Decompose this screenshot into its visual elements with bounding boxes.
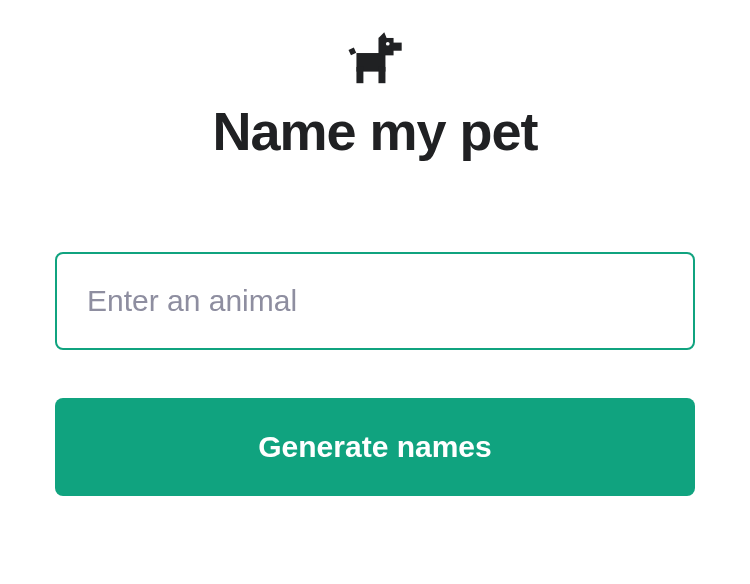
svg-point-7	[386, 42, 390, 46]
pet-name-form: Generate names	[55, 252, 695, 496]
svg-marker-6	[378, 32, 386, 38]
svg-rect-3	[356, 67, 363, 83]
page-title: Name my pet	[212, 100, 537, 162]
dog-icon	[345, 30, 405, 90]
generate-names-button[interactable]: Generate names	[55, 398, 695, 496]
svg-rect-5	[391, 43, 401, 51]
svg-rect-0	[349, 47, 357, 55]
svg-rect-2	[378, 67, 385, 83]
animal-input[interactable]	[55, 252, 695, 350]
